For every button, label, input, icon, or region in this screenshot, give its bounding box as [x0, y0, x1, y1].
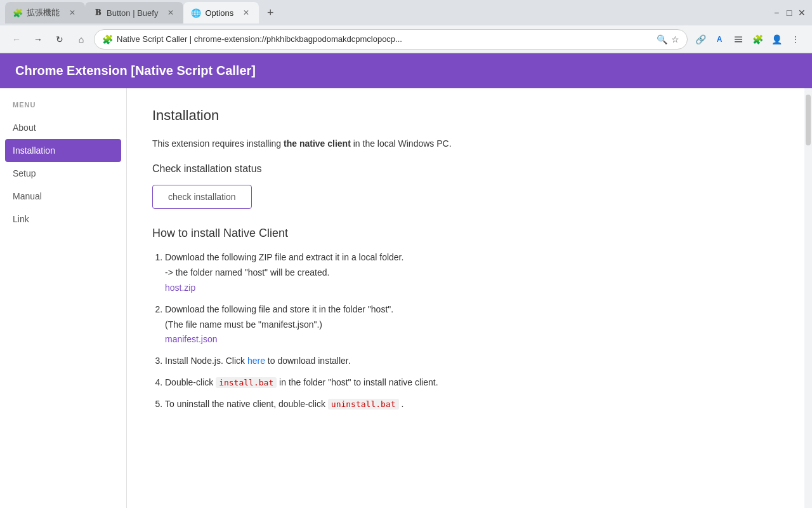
tab-buefy[interactable]: 𝐁 Button | Buefy ✕ [85, 2, 183, 23]
intro-bold: the native client [284, 138, 351, 149]
tab-extensions-label: 拡張機能 [27, 7, 60, 18]
back-button[interactable]: ← [8, 30, 25, 48]
forward-button[interactable]: → [29, 30, 47, 48]
close-button[interactable]: ✕ [797, 8, 807, 18]
new-tab-button[interactable]: + [261, 4, 279, 22]
step-2: Download the following file and store it… [165, 302, 779, 347]
tab-options-label: Options [205, 8, 233, 18]
tab-extensions[interactable]: 🧩 拡張機能 ✕ [5, 2, 85, 23]
page-title: Installation [152, 107, 779, 124]
tab-options[interactable]: 🌐 Options ✕ [183, 2, 259, 23]
step-3: Install Node.js. Click here to download … [165, 354, 779, 369]
nodejs-download-link[interactable]: here [247, 356, 265, 366]
maximize-button[interactable]: □ [784, 8, 794, 18]
toolbar-icons: 🔗 A 🧩 👤 ⋮ [691, 30, 804, 48]
search-icon: 🔍 [657, 34, 667, 44]
title-bar: 🧩 拡張機能 ✕ 𝐁 Button | Buefy ✕ 🌐 Options ✕ … [0, 0, 812, 25]
scrollbar-track[interactable] [804, 88, 812, 508]
step-4-text-before: Double-click [165, 377, 216, 387]
refresh-button[interactable]: ↻ [51, 30, 69, 48]
tab-extensions-close[interactable]: ✕ [67, 8, 77, 18]
extensions-tab-icon: 🧩 [13, 8, 23, 18]
tab-buefy-label: Button | Buefy [107, 8, 158, 18]
profile-icon[interactable]: 👤 [768, 30, 785, 48]
step-5: To uninstall the native client, double-c… [165, 397, 779, 412]
step-4-text-after: in the folder "host" to install native c… [277, 377, 438, 387]
step-1-link-wrap: host.zip [165, 281, 779, 296]
link-icon[interactable]: 🔗 [691, 30, 709, 48]
bookmark-icon: ☆ [671, 34, 679, 44]
step-2-link-wrap: manifest.json [165, 332, 779, 347]
tab-buefy-close[interactable]: ✕ [166, 8, 176, 18]
extensions-icon[interactable]: 🧩 [749, 30, 766, 48]
install-steps-list: Download the following ZIP file and extr… [152, 250, 779, 411]
step-4: Double-click install.bat in the folder "… [165, 375, 779, 391]
home-button[interactable]: ⌂ [72, 30, 90, 48]
step-3-text-before: Install Node.js. Click [165, 356, 247, 366]
install-bat-code: install.bat [216, 377, 277, 388]
extensions-manager-icon[interactable] [730, 30, 747, 48]
step-2-sub: (The file name must be "manifest.json".) [165, 318, 779, 333]
host-zip-link[interactable]: host.zip [165, 283, 195, 293]
sidebar: MENU About Installation Setup Manual Lin… [0, 88, 127, 508]
browser-frame: 🧩 拡張機能 ✕ 𝐁 Button | Buefy ✕ 🌐 Options ✕ … [0, 0, 812, 508]
step-5-text-before: To uninstall the native client, double-c… [165, 399, 328, 409]
sidebar-item-link[interactable]: Link [0, 208, 126, 231]
how-to-title: How to install Native Client [152, 227, 779, 240]
sidebar-item-setup[interactable]: Setup [0, 162, 126, 185]
address-bar: ← → ↻ ⌂ 🧩 Native Script Caller | chrome-… [0, 25, 812, 53]
step-1-text: Download the following ZIP file and extr… [165, 252, 403, 262]
window-controls: − □ ✕ [771, 8, 807, 18]
ext-header: Chrome Extension [Native Script Caller] [0, 53, 812, 88]
step-1-sub: -> the folder named "host" will be creat… [165, 265, 779, 281]
step-3-text-after: to download installer. [265, 356, 351, 366]
options-tab-icon: 🌐 [191, 8, 201, 18]
translate-icon[interactable]: A [710, 30, 728, 48]
ext-body: MENU About Installation Setup Manual Lin… [0, 88, 812, 508]
main-content: Installation This extension requires ins… [127, 88, 804, 508]
buefy-tab-icon: 𝐁 [93, 8, 103, 18]
url-extension-icon: 🧩 [102, 34, 113, 44]
sidebar-item-about[interactable]: About [0, 116, 126, 139]
step-5-text-after: . [399, 399, 404, 409]
step-1: Download the following ZIP file and extr… [165, 250, 779, 295]
step-2-text: Download the following file and store it… [165, 304, 393, 314]
intro-text-before: This extension requires installing [152, 138, 284, 149]
minimize-button[interactable]: − [771, 8, 782, 18]
uninstall-bat-code: uninstall.bat [328, 399, 399, 410]
check-installation-button[interactable]: check installation [152, 185, 252, 209]
scrollbar-thumb[interactable] [806, 95, 811, 145]
intro-text-after: in the local Windows PC. [351, 138, 452, 149]
check-status-title: Check installation status [152, 163, 779, 175]
sidebar-menu-label: MENU [0, 101, 126, 116]
tab-options-close[interactable]: ✕ [241, 8, 251, 18]
sidebar-item-manual[interactable]: Manual [0, 185, 126, 208]
intro-paragraph: This extension requires installing the n… [152, 137, 779, 150]
sidebar-item-installation[interactable]: Installation [5, 139, 121, 162]
manifest-json-link[interactable]: manifest.json [165, 334, 217, 344]
ext-header-title: Chrome Extension [Native Script Caller] [15, 64, 256, 77]
menu-icon[interactable]: ⋮ [787, 30, 804, 48]
url-bar[interactable]: 🧩 Native Script Caller | chrome-extensio… [94, 29, 688, 50]
url-text: Native Script Caller | chrome-extension:… [117, 34, 653, 44]
